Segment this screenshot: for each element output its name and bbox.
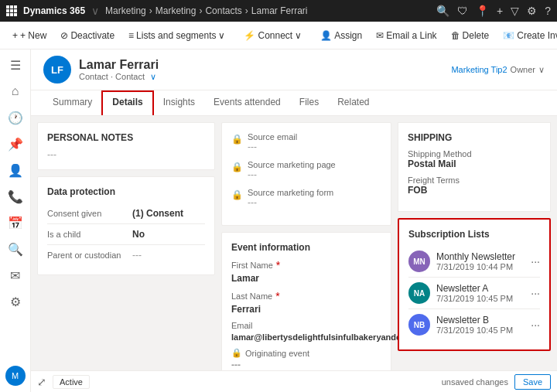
sidebar-pin-icon[interactable]: 📌	[3, 131, 28, 156]
dp-row-parent: Parent or custodian ---	[47, 245, 205, 265]
app-name: Dynamics 365	[23, 5, 85, 16]
main-content: LF Lamar Ferrari Contact · Contact ∨ Mar…	[31, 49, 557, 392]
tab-files[interactable]: Files	[290, 90, 328, 115]
tab-details[interactable]: Details	[101, 90, 153, 115]
lock-icon-1: 🔒	[231, 134, 243, 145]
lock-icon-2: 🔒	[231, 162, 243, 172]
event-originating-label: 🔒 Originating event	[231, 348, 381, 358]
sub-name-nb: Newsletter B	[436, 315, 531, 326]
breadcrumb: Marketing › Marketing › Contacts › Lamar…	[105, 5, 307, 16]
source-page-label: Source marketing page	[248, 160, 381, 169]
content-area: PERSONAL NOTES --- Data protection Conse…	[31, 116, 557, 370]
plus-icon[interactable]: +	[497, 5, 503, 17]
personal-notes-value: ---	[47, 149, 205, 160]
sidebar-menu-icon[interactable]: ☰	[3, 53, 28, 77]
subscription-item-nb: NB Newsletter B 7/31/2019 10:45 PM ···	[408, 309, 540, 340]
shipping-method-value: Postal Mail	[408, 159, 541, 169]
source-email-value: ---	[248, 141, 381, 152]
source-email-content: Source email ---	[248, 132, 381, 152]
sidebar-phone-icon[interactable]: 📞	[3, 184, 28, 209]
lists-segments-button[interactable]: ≡ Lists and segments ∨	[122, 27, 231, 44]
deactivate-button[interactable]: ⊘ Deactivate	[54, 27, 121, 44]
contact-info: Lamar Ferrari Contact · Contact ∨	[79, 58, 159, 82]
connect-icon: ⚡	[244, 30, 255, 41]
save-button[interactable]: Save	[514, 374, 551, 390]
sidebar-email-icon[interactable]: ✉	[3, 263, 28, 288]
breadcrumb-contacts[interactable]: Contacts	[205, 5, 241, 16]
email-icon: ✉	[376, 30, 384, 41]
email-link-button[interactable]: ✉ Email a Link	[370, 27, 443, 44]
new-icon: +	[12, 30, 18, 41]
event-firstname-value: Lamar	[231, 273, 381, 284]
expand-icon[interactable]: ⤢	[37, 376, 46, 388]
sidebar-home-icon[interactable]: ⌂	[3, 79, 28, 104]
bottom-right: unsaved changes Save	[442, 374, 551, 390]
new-button[interactable]: + + New	[6, 27, 53, 44]
sub-more-mn[interactable]: ···	[531, 255, 540, 268]
sidebar-contacts-icon[interactable]: 👤	[3, 158, 28, 182]
data-protection-title: Data protection	[47, 186, 205, 197]
dp-row-child: Is a child No	[47, 224, 205, 245]
sub-info-na: Newsletter A 7/31/2019 10:45 PM	[436, 283, 531, 303]
event-email-label: Email	[231, 321, 381, 330]
sub-more-na[interactable]: ···	[531, 287, 540, 299]
contact-header-left: LF Lamar Ferrari Contact · Contact ∨	[43, 56, 159, 84]
shield-icon[interactable]: 🛡	[457, 5, 468, 17]
connect-button[interactable]: ⚡ Connect ∨	[237, 27, 308, 44]
sub-name-na: Newsletter A	[436, 283, 531, 294]
sidebar-recent-icon[interactable]: 🕐	[3, 105, 28, 130]
contact-avatar: LF	[43, 56, 71, 84]
create-invitation-button[interactable]: 📧 Create Invitation	[497, 27, 557, 44]
source-email-field: 🔒 Source email ---	[231, 132, 381, 152]
sidebar: ☰ ⌂ 🕐 📌 👤 📞 📅 🔍 ✉ ⚙ M	[0, 49, 31, 392]
tab-insights[interactable]: Insights	[154, 90, 204, 115]
data-protection-card: Data protection Consent given (1) Consen…	[37, 176, 215, 275]
sub-avatar-nb: NB	[408, 314, 430, 336]
subtitle-chevron[interactable]: ∨	[150, 72, 156, 81]
column-1: PERSONAL NOTES --- Data protection Conse…	[37, 122, 215, 364]
source-form-label: Source marketing form	[248, 188, 381, 197]
sidebar-user-icon[interactable]: M	[5, 366, 26, 386]
marketing-tip-chevron[interactable]: ∨	[538, 65, 545, 75]
status-badge[interactable]: Active	[53, 375, 90, 389]
sub-more-nb[interactable]: ···	[531, 319, 540, 331]
marketing-tip[interactable]: Marketing Tip2	[451, 65, 507, 74]
filter-icon[interactable]: ▽	[511, 5, 519, 17]
sidebar-settings-icon[interactable]: ⚙	[3, 289, 28, 314]
tab-summary[interactable]: Summary	[43, 90, 101, 115]
contact-header-right: Marketing Tip2 Owner ∨	[451, 65, 545, 75]
event-originating-value: ---	[231, 360, 381, 370]
source-form-content: Source marketing form ---	[248, 188, 381, 208]
tabs: Summary Details Insights Events attended…	[31, 90, 557, 116]
delete-icon: 🗑	[451, 30, 460, 41]
command-bar: + + New ⊘ Deactivate ≡ Lists and segment…	[0, 22, 557, 49]
assign-button[interactable]: 👤 Assign	[314, 27, 368, 44]
breadcrumb-marketing[interactable]: Marketing	[105, 5, 146, 16]
location-icon[interactable]: 📍	[476, 5, 489, 17]
delete-button[interactable]: 🗑 Delete	[445, 27, 496, 44]
waffle-icon[interactable]	[6, 5, 17, 16]
search-icon[interactable]: 🔍	[436, 5, 449, 17]
source-marketing-form-field: 🔒 Source marketing form ---	[231, 188, 381, 208]
dp-child-value: No	[132, 229, 145, 240]
breadcrumb-module[interactable]: Marketing	[155, 5, 196, 16]
sidebar-activities-icon[interactable]: 📅	[3, 210, 28, 235]
shipping-terms-row: Freight Terms FOB	[408, 176, 541, 196]
help-icon[interactable]: ?	[545, 5, 551, 17]
contact-subtitle: Contact · Contact ∨	[79, 72, 159, 82]
event-information-card: Event information First Name * Lamar Las…	[221, 232, 391, 370]
subscription-item-mn: MN Monthly Newsletter 7/31/2019 10:44 PM…	[408, 246, 540, 278]
settings-icon[interactable]: ⚙	[527, 5, 537, 17]
app-logo[interactable]: Dynamics 365	[6, 5, 85, 16]
shipping-method-row: Shipping Method Postal Mail	[408, 149, 541, 169]
sidebar-search-icon[interactable]: 🔍	[3, 237, 28, 261]
contact-name: Lamar Ferrari	[79, 58, 159, 72]
bottom-left: ⤢ Active	[37, 375, 90, 389]
top-nav: Dynamics 365 ∨ Marketing › Marketing › C…	[0, 0, 557, 22]
tab-related[interactable]: Related	[328, 90, 378, 115]
source-form-value: ---	[248, 197, 381, 208]
marketing-tip-role: Owner	[511, 65, 535, 74]
tab-events[interactable]: Events attended	[204, 90, 290, 115]
shipping-card: SHIPPING Shipping Method Postal Mail Fre…	[398, 122, 551, 212]
personal-notes-card: PERSONAL NOTES ---	[37, 122, 215, 170]
